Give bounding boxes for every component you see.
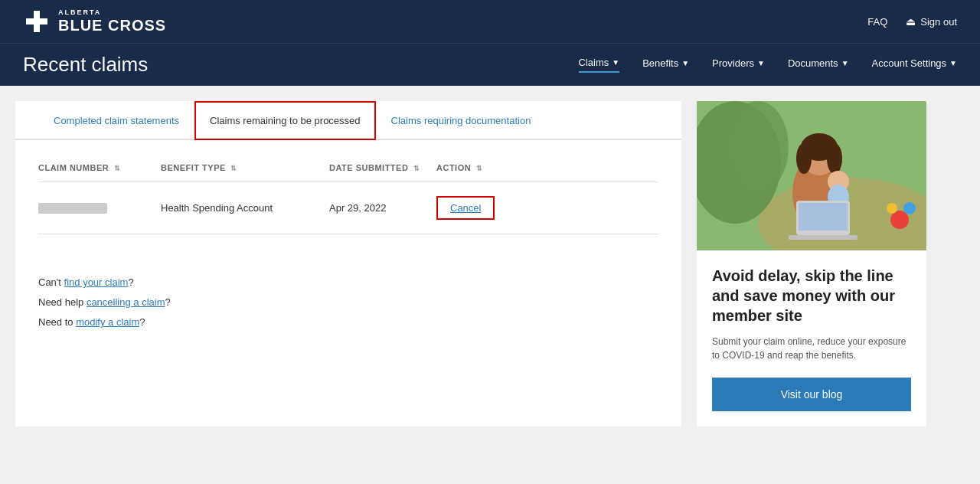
sort-claim-number-icon[interactable]: ⇅ xyxy=(114,165,121,172)
cancel-button[interactable]: Cancel xyxy=(436,196,495,220)
logo: ALBERTA BLUE CROSS xyxy=(23,8,166,35)
cancelling-claim-link[interactable]: cancelling a claim xyxy=(87,296,165,308)
svg-rect-15 xyxy=(799,203,848,231)
nav-account-settings[interactable]: Account Settings ▼ xyxy=(872,57,957,72)
top-nav: ALBERTA BLUE CROSS FAQ ⏏ Sign out xyxy=(0,0,980,43)
claims-table-area: CLAIM NUMBER ⇅ BENEFIT TYPE ⇅ DATE SUBMI… xyxy=(15,140,681,250)
sort-date-icon[interactable]: ⇅ xyxy=(413,165,420,172)
date-submitted-cell: Apr 29, 2022 xyxy=(329,182,436,234)
promo-description: Submit your claim online, reduce your ex… xyxy=(712,335,911,362)
col-claim-number: CLAIM NUMBER ⇅ xyxy=(38,163,161,182)
modify-claim-line: Need to modify a claim? xyxy=(38,312,658,332)
svg-point-6 xyxy=(727,101,789,193)
find-claim-line: Can't find your claim? xyxy=(38,273,658,293)
col-date-submitted: DATE SUBMITTED ⇅ xyxy=(329,163,436,182)
promo-title: Avoid delay, skip the line and save mone… xyxy=(712,266,911,325)
svg-rect-16 xyxy=(789,235,858,240)
main-content: Completed claim statements Claims remain… xyxy=(0,86,980,442)
promo-content: Avoid delay, skip the line and save mone… xyxy=(697,250,926,427)
signout-icon: ⏏ xyxy=(906,15,916,28)
benefit-type-cell: Health Spending Account xyxy=(161,182,329,234)
cancel-claim-line: Need help cancelling a claim? xyxy=(38,293,658,312)
col-action: ACTION ⇅ xyxy=(436,163,658,182)
sort-action-icon[interactable]: ⇅ xyxy=(476,165,483,172)
documents-caret-icon: ▼ xyxy=(841,59,849,67)
svg-point-10 xyxy=(796,143,812,174)
svg-point-11 xyxy=(827,143,842,174)
visit-blog-button[interactable]: Visit our blog xyxy=(712,378,911,411)
account-settings-caret-icon: ▼ xyxy=(949,59,957,67)
col-benefit-type: BENEFIT TYPE ⇅ xyxy=(161,163,329,182)
faq-link[interactable]: FAQ xyxy=(867,16,887,28)
find-claim-link[interactable]: find your claim xyxy=(64,276,129,288)
tab-requiring-documentation[interactable]: Claims requiring documentation xyxy=(376,101,547,140)
tab-remaining-claims[interactable]: Claims remaining to be processed xyxy=(194,101,376,140)
nav-benefits[interactable]: Benefits ▼ xyxy=(642,57,689,72)
tab-completed-claims[interactable]: Completed claim statements xyxy=(38,101,194,140)
benefits-caret-icon: ▼ xyxy=(681,59,689,67)
top-nav-right: FAQ ⏏ Sign out xyxy=(867,15,957,28)
nav-claims[interactable]: Claims ▼ xyxy=(579,57,620,73)
nav-providers[interactable]: Providers ▼ xyxy=(712,57,765,72)
svg-rect-2 xyxy=(26,18,47,25)
left-panel: Completed claim statements Claims remain… xyxy=(15,101,681,427)
signout-link[interactable]: ⏏ Sign out xyxy=(906,15,957,28)
promo-image xyxy=(697,101,926,250)
table-row: Health Spending Account Apr 29, 2022 Can… xyxy=(38,182,658,234)
promo-image-inner xyxy=(697,101,926,250)
action-cell: Cancel xyxy=(436,182,658,234)
logo-cross-icon xyxy=(23,8,51,35)
sort-benefit-type-icon[interactable]: ⇅ xyxy=(230,165,237,172)
providers-caret-icon: ▼ xyxy=(757,59,765,67)
tabs-bar: Completed claim statements Claims remain… xyxy=(15,101,681,140)
claims-caret-icon: ▼ xyxy=(612,58,619,67)
main-nav: Claims ▼ Benefits ▼ Providers ▼ Document… xyxy=(579,57,957,73)
right-panel: Avoid delay, skip the line and save mone… xyxy=(697,101,926,427)
footer-links: Can't find your claim? Need help cancell… xyxy=(15,250,681,348)
claims-table: CLAIM NUMBER ⇅ BENEFIT TYPE ⇅ DATE SUBMI… xyxy=(38,163,658,234)
nav-documents[interactable]: Documents ▼ xyxy=(788,57,849,72)
claim-number-cell xyxy=(38,182,161,234)
svg-point-19 xyxy=(887,203,897,214)
modify-claim-link[interactable]: modify a claim xyxy=(76,316,139,328)
secondary-nav: Recent claims Claims ▼ Benefits ▼ Provid… xyxy=(0,43,980,86)
svg-point-18 xyxy=(903,202,916,214)
logo-text: ALBERTA BLUE CROSS xyxy=(58,8,166,35)
page-title: Recent claims xyxy=(23,53,148,77)
claim-number-redacted xyxy=(38,203,107,214)
